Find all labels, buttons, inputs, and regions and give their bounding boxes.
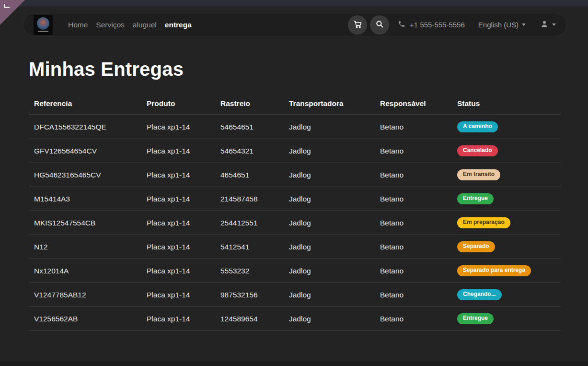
col-header-responsavel: Responsável [375,93,452,115]
logo-caption [38,31,48,32]
cell-produto: Placa xp1-14 [141,211,215,235]
cell-produto: Placa xp1-14 [141,139,215,163]
browser-top-strip [0,0,588,6]
cell-referencia: DFCA1556322145QE [29,115,141,139]
phone-contact[interactable]: +1 555-555-5556 [398,20,465,29]
cell-status: Separado [452,235,561,259]
search-icon [375,20,384,30]
cell-rastreio: 254412551 [215,211,284,235]
cell-responsavel: Betano [375,163,452,187]
cell-status: Chegando... [452,283,561,307]
page-title: Minhas Entregas [29,59,561,80]
cell-responsavel: Betano [375,139,452,163]
table-row: Nx12014A Placa xp1-14 5553232 Jadlog Bet… [29,259,561,283]
cell-status: Entregue [452,307,561,331]
cell-transportadora: Jadlog [284,139,375,163]
cell-rastreio: 5553232 [215,259,284,283]
cell-referencia: M15414A3 [29,187,141,211]
cell-produto: Placa xp1-14 [141,283,215,307]
table-row: MKIS12547554CB Placa xp1-14 254412551 Ja… [29,211,561,235]
cell-status: Em transito [452,163,561,187]
cell-transportadora: Jadlog [284,235,375,259]
cell-status: Entregue [452,187,561,211]
nav-link-entrega[interactable]: entrega [165,21,192,29]
status-badge: Separado para entrega [457,265,531,276]
table-row: N12 Placa xp1-14 5412541 Jadlog Betano S… [29,235,561,259]
site-logo[interactable] [34,15,53,35]
cell-produto: Placa xp1-14 [141,115,215,139]
cart-button[interactable] [348,15,367,35]
cell-rastreio: 214587458 [215,187,284,211]
site-header: Home Serviços aluguel entrega [23,13,567,36]
nav-link-home[interactable]: Home [68,21,88,29]
cell-status: Separado para entrega [452,259,561,283]
cell-transportadora: Jadlog [284,307,375,331]
table-row: DFCA1556322145QE Placa xp1-14 54654651 J… [29,115,561,139]
cell-referencia: MKIS12547554CB [29,211,141,235]
cell-transportadora: Jadlog [284,163,375,187]
deliveries-table: Referencia Produto Rastreio Transportado… [29,93,561,331]
cell-status: Cancelado [452,139,561,163]
cell-responsavel: Betano [375,235,452,259]
cell-produto: Placa xp1-14 [141,307,215,331]
cell-rastreio: 54654321 [215,139,284,163]
user-menu[interactable] [540,20,556,30]
table-header-row: Referencia Produto Rastreio Transportado… [29,93,561,115]
phone-number: +1 555-555-5556 [410,21,465,29]
status-badge: Chegando... [457,289,502,300]
status-badge: Separado [457,241,495,252]
user-icon [540,20,549,30]
cell-referencia: V1256562AB [29,307,141,331]
cell-referencia: GFV126564654CV [29,139,141,163]
status-badge: A caminho [457,121,498,132]
cell-responsavel: Betano [375,115,452,139]
cell-responsavel: Betano [375,283,452,307]
cell-produto: Placa xp1-14 [141,259,215,283]
table-row: GFV126564654CV Placa xp1-14 54654321 Jad… [29,139,561,163]
col-header-transportadora: Transportadora [284,93,375,115]
main-navigation: Home Serviços aluguel entrega [68,21,192,29]
cell-rastreio: 987532156 [215,283,284,307]
table-row: M15414A3 Placa xp1-14 214587458 Jadlog B… [29,187,561,211]
col-header-produto: Produto [141,93,215,115]
nav-link-aluguel[interactable]: aluguel [133,21,157,29]
chevron-down-icon [552,24,556,26]
browser-bottom-strip [0,361,588,366]
table-row: V1247785AB12 Placa xp1-14 987532156 Jadl… [29,283,561,307]
cart-icon [353,20,362,30]
status-badge: Em preparação [457,217,510,228]
search-button[interactable] [370,15,389,35]
cell-produto: Placa xp1-14 [141,235,215,259]
language-selector[interactable]: English (US) [478,21,526,29]
cell-responsavel: Betano [375,187,452,211]
status-badge: Cancelado [457,145,498,156]
cell-transportadora: Jadlog [284,115,375,139]
col-header-referencia: Referencia [29,93,141,115]
cell-transportadora: Jadlog [284,259,375,283]
cell-rastreio: 124589654 [215,307,284,331]
language-label: English (US) [478,21,519,29]
corner-expand-icon [4,4,10,8]
cell-transportadora: Jadlog [284,283,375,307]
cell-referencia: HG54623165465CV [29,163,141,187]
main-content: Minhas Entregas Referencia Produto Rastr… [0,36,588,331]
col-header-status: Status [452,93,561,115]
cell-produto: Placa xp1-14 [141,187,215,211]
phone-icon [398,20,410,29]
cell-rastreio: 4654651 [215,163,284,187]
table-row: V1256562AB Placa xp1-14 124589654 Jadlog… [29,307,561,331]
cell-referencia: V1247785AB12 [29,283,141,307]
cell-status: A caminho [452,115,561,139]
cell-responsavel: Betano [375,211,452,235]
col-header-rastreio: Rastreio [215,93,284,115]
nav-link-servicos[interactable]: Serviços [96,21,124,29]
cell-rastreio: 5412541 [215,235,284,259]
chevron-down-icon [522,24,526,26]
cell-transportadora: Jadlog [284,187,375,211]
cell-referencia: N12 [29,235,141,259]
cell-responsavel: Betano [375,259,452,283]
cell-transportadora: Jadlog [284,211,375,235]
cell-produto: Placa xp1-14 [141,163,215,187]
status-badge: Em transito [457,169,500,180]
cell-rastreio: 54654651 [215,115,284,139]
